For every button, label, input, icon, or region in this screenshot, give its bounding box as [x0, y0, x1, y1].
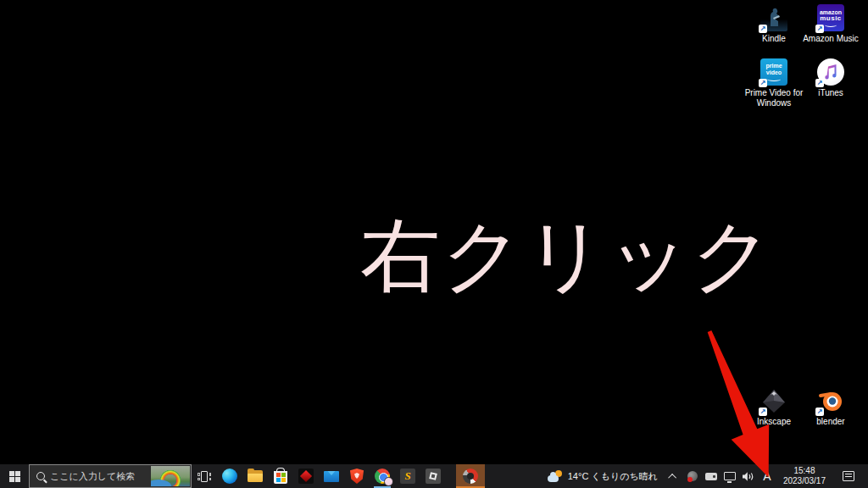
search-highlight-image[interactable] [151, 466, 190, 486]
action-center-icon [843, 471, 854, 481]
task-view-button[interactable] [192, 464, 217, 488]
weather-cloud-sun-icon [548, 470, 563, 482]
taskbar-app-file-explorer[interactable] [242, 464, 268, 488]
red-swirl-app-icon [463, 469, 478, 484]
system-tray: 14°C くもりのち晴れ A 15:48 2023/03/17 [541, 464, 868, 488]
lightning-s-app-icon: S [400, 469, 415, 484]
clock[interactable]: 15:48 2023/03/17 [776, 466, 832, 487]
shortcut-arrow-icon: ↗ [815, 79, 824, 87]
desktop-icon-amazon-music[interactable]: amazon music ↗ Amazon Music [797, 4, 865, 44]
desktop-icon-label: Amazon Music [797, 34, 865, 44]
chrome-profile-avatar [384, 477, 393, 486]
file-explorer-icon [248, 470, 263, 482]
desktop-icon-itunes[interactable]: ↗ iTunes [797, 58, 865, 98]
desktop-icon-label: blender [797, 417, 865, 427]
taskbar-app-mail[interactable] [319, 464, 344, 488]
monitor-icon [724, 472, 736, 480]
weather-temp: 14°C [568, 471, 589, 481]
ime-mode-letter: A [763, 469, 771, 483]
taskbar-search-box[interactable] [29, 464, 192, 488]
taskbar-app-red-gem[interactable] [293, 464, 319, 488]
tray-app-red-badge[interactable] [685, 464, 700, 488]
tray-tablet-device[interactable] [704, 464, 719, 488]
taskbar-app-chrome[interactable] [370, 464, 395, 488]
tablet-icon [705, 473, 717, 480]
edge-icon [222, 469, 237, 484]
action-center-button[interactable] [834, 464, 863, 488]
taskbar: S 14°C くもりのち晴れ [0, 464, 868, 488]
start-button[interactable] [0, 464, 29, 488]
clock-time: 15:48 [783, 466, 826, 477]
red-gem-app-icon [298, 469, 314, 484]
taskbar-app-brave[interactable] [344, 464, 370, 488]
taskbar-app-tilted-square[interactable] [420, 464, 446, 488]
shortcut-arrow-icon: ↗ [759, 79, 767, 87]
mail-icon [324, 471, 339, 482]
tray-display[interactable] [722, 464, 737, 488]
clock-date: 2023/03/17 [783, 476, 826, 487]
taskbar-app-red-swirl-active[interactable] [456, 464, 485, 488]
shortcut-arrow-icon: ↗ [815, 408, 824, 416]
brave-icon [350, 469, 364, 484]
desktop-icon-blender[interactable]: ↗ blender [797, 387, 865, 427]
ime-mode-indicator[interactable]: A [760, 464, 775, 488]
speaker-icon [742, 471, 754, 482]
wallpaper-overlay-text: 右クリック [360, 212, 818, 299]
shortcut-arrow-icon: ↗ [759, 408, 767, 416]
windows-logo-icon [9, 471, 20, 482]
taskbar-app-lightning-s[interactable]: S [395, 464, 420, 488]
taskbar-app-edge[interactable] [217, 464, 242, 488]
tray-volume[interactable] [741, 464, 756, 488]
microsoft-store-icon [274, 471, 287, 484]
desktop-background[interactable]: 右クリック ↗ Kindle amazon music ↗ Amazon Mus… [0, 0, 868, 488]
shortcut-arrow-icon: ↗ [815, 25, 824, 33]
search-icon [36, 472, 45, 480]
chrome-icon [375, 469, 390, 484]
search-input[interactable] [50, 471, 143, 481]
taskbar-app-microsoft-store[interactable] [268, 464, 293, 488]
hidden-icons-chevron[interactable] [666, 464, 682, 488]
taskbar-app-row: S [192, 464, 485, 488]
task-view-icon [198, 471, 211, 482]
chevron-up-icon [669, 473, 677, 481]
weather-widget[interactable]: 14°C くもりのち晴れ [541, 464, 665, 488]
shortcut-arrow-icon: ↗ [759, 25, 767, 33]
weather-desc: くもりのち晴れ [591, 471, 658, 481]
desktop-icon-label: iTunes [797, 88, 865, 98]
tilted-square-app-icon [426, 469, 441, 484]
red-badge-circle-icon [687, 471, 698, 481]
